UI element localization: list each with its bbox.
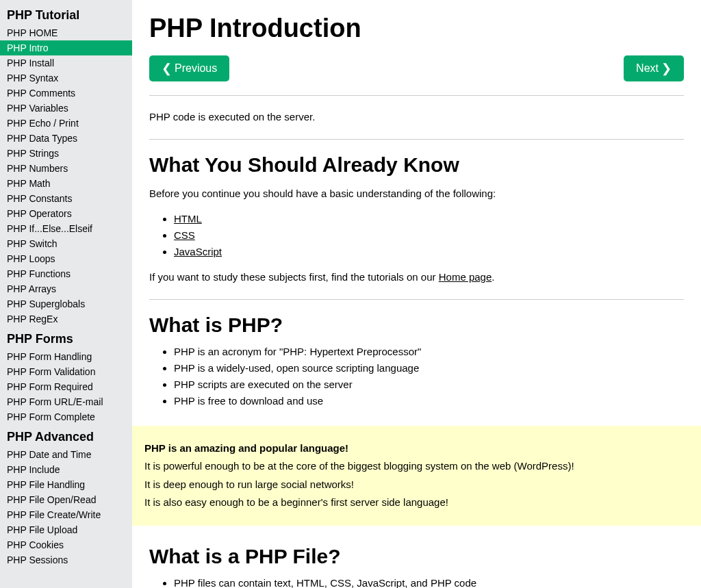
sidebar-item[interactable]: PHP Syntax [0, 71, 132, 86]
sidebar-item[interactable]: PHP If...Else...Elseif [0, 221, 132, 236]
sidebar-item[interactable]: PHP Math [0, 176, 132, 191]
sidebar-item[interactable]: PHP File Upload [0, 522, 132, 537]
home-page-link[interactable]: Home page [439, 271, 492, 283]
sidebar-item[interactable]: PHP Superglobals [0, 296, 132, 311]
note-bold: PHP is an amazing and popular language! [144, 441, 689, 457]
sidebar-item[interactable]: PHP Loops [0, 251, 132, 266]
what-heading: What is PHP? [149, 314, 684, 337]
note-line: It is deep enough to run large social ne… [144, 477, 689, 493]
nav-button-row: ❮ Previous Next ❯ [149, 55, 684, 81]
sidebar-item[interactable]: PHP Form Complete [0, 409, 132, 424]
sidebar-item[interactable]: PHP File Handling [0, 477, 132, 492]
list-item: PHP is a widely-used, open source script… [174, 360, 684, 376]
sidebar-item[interactable]: PHP Strings [0, 146, 132, 161]
page-title: PHP Introduction [149, 14, 684, 43]
chevron-right-icon: ❯ [661, 62, 672, 75]
what-list: PHP is an acronym for "PHP: Hypertext Pr… [174, 344, 684, 409]
sidebar-item[interactable]: PHP Echo / Print [0, 116, 132, 131]
subject-link[interactable]: HTML [174, 213, 202, 225]
sidebar-item[interactable]: PHP Numbers [0, 161, 132, 176]
sidebar-section-title: PHP Advanced [0, 424, 132, 447]
know-home-paragraph: If you want to study these subjects firs… [149, 270, 684, 285]
divider [149, 139, 684, 140]
sidebar-item[interactable]: PHP Form Required [0, 379, 132, 394]
note-line: It is powerful enough to be at the core … [144, 459, 689, 474]
sidebar-item[interactable]: PHP Install [0, 55, 132, 71]
previous-label: Previous [175, 62, 217, 75]
sidebar-item[interactable]: PHP Form URL/E-mail [0, 394, 132, 409]
main-content: PHP Introduction ❮ Previous Next ❯ PHP c… [132, 0, 701, 588]
sidebar-item[interactable]: PHP Arrays [0, 281, 132, 296]
note-panel: PHP is an amazing and popular language! … [132, 426, 701, 526]
list-item: PHP scripts are executed on the server [174, 376, 684, 393]
sidebar-item[interactable]: PHP Cookies [0, 537, 132, 552]
sidebar: PHP TutorialPHP HOMEPHP IntroPHP Install… [0, 0, 132, 588]
previous-button[interactable]: ❮ Previous [149, 55, 229, 81]
sidebar-section-title: PHP Tutorial [0, 3, 132, 25]
sidebar-item[interactable]: PHP Date and Time [0, 447, 132, 462]
list-item: PHP is free to download and use [174, 393, 684, 409]
sidebar-item[interactable]: PHP Operators [0, 206, 132, 221]
note-line: It is also easy enough to be a beginner'… [144, 495, 689, 511]
sidebar-item[interactable]: PHP Variables [0, 101, 132, 116]
sidebar-item[interactable]: PHP File Create/Write [0, 507, 132, 522]
sidebar-item[interactable]: PHP Form Handling [0, 349, 132, 364]
sidebar-item[interactable]: PHP Switch [0, 236, 132, 251]
divider [149, 299, 684, 300]
sidebar-item[interactable]: PHP HOME [0, 25, 132, 40]
subject-link[interactable]: JavaScript [174, 246, 222, 257]
sidebar-item[interactable]: PHP Comments [0, 86, 132, 101]
know-list: HTMLCSSJavaScript [174, 211, 684, 260]
list-item: PHP files can contain text, HTML, CSS, J… [174, 575, 684, 589]
sidebar-item[interactable]: PHP Intro [0, 40, 132, 55]
intro-paragraph: PHP code is executed on the server. [149, 110, 684, 125]
subject-link[interactable]: CSS [174, 229, 195, 241]
chevron-left-icon: ❮ [162, 62, 172, 75]
next-label: Next [636, 62, 659, 75]
list-item: CSS [174, 227, 684, 244]
file-list: PHP files can contain text, HTML, CSS, J… [174, 575, 684, 589]
list-item: HTML [174, 211, 684, 227]
sidebar-item[interactable]: PHP RegEx [0, 311, 132, 327]
sidebar-item[interactable]: PHP Form Validation [0, 364, 132, 379]
file-heading: What is a PHP File? [149, 545, 684, 568]
sidebar-item[interactable]: PHP Data Types [0, 131, 132, 146]
sidebar-item[interactable]: PHP Sessions [0, 552, 132, 567]
sidebar-item[interactable]: PHP File Open/Read [0, 492, 132, 507]
sidebar-item[interactable]: PHP Include [0, 462, 132, 477]
sidebar-section-title: PHP Forms [0, 327, 132, 349]
sidebar-item[interactable]: PHP Constants [0, 191, 132, 206]
know-heading: What You Should Already Know [149, 153, 684, 177]
know-paragraph: Before you continue you should have a ba… [149, 186, 684, 202]
divider [149, 95, 684, 96]
next-button[interactable]: Next ❯ [624, 55, 684, 81]
list-item: PHP is an acronym for "PHP: Hypertext Pr… [174, 344, 684, 360]
sidebar-item[interactable]: PHP Functions [0, 266, 132, 281]
list-item: JavaScript [174, 244, 684, 260]
